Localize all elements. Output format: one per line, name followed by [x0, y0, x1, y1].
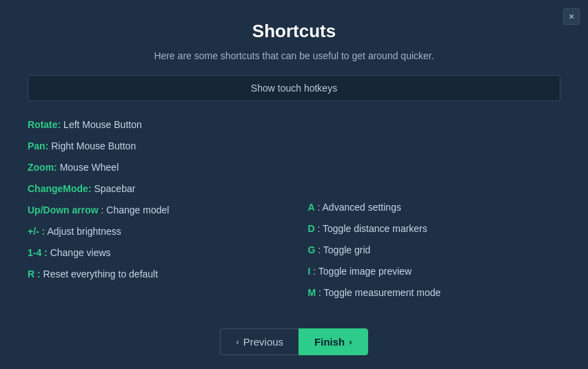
shortcut-key: A — [308, 202, 315, 213]
shortcut-item: Up/Down arrow : Change model — [28, 203, 281, 218]
shortcut-item: A : Advanced settings — [308, 200, 561, 215]
modal-subtitle: Here are some shortcuts that can be usef… — [154, 50, 434, 61]
shortcut-description: : Toggle distance markers — [315, 223, 427, 234]
shortcut-key: M — [308, 287, 316, 298]
shortcut-key: 1-4 : — [28, 247, 48, 258]
close-button[interactable]: × — [563, 8, 580, 25]
shortcut-key: G — [308, 244, 316, 255]
shortcut-description: Change views — [48, 247, 111, 258]
shortcut-item: I : Toggle image preview — [308, 264, 561, 279]
shortcut-key: R : — [28, 268, 41, 280]
shortcut-item: R : Reset everything to default — [28, 267, 281, 282]
shortcut-item: Zoom: Mouse Wheel — [28, 160, 281, 175]
shortcut-description: : Toggle grid — [315, 244, 370, 255]
shortcut-description: : Toggle measurement mode — [316, 287, 440, 298]
shortcut-description: Mouse Wheel — [57, 162, 119, 173]
shortcut-item: ChangeMode: Spacebar — [28, 182, 281, 196]
shortcut-key: Zoom: — [28, 162, 57, 173]
modal-title: Shortcuts — [252, 21, 336, 42]
show-touch-hotkeys-button[interactable]: Show touch hotkeys — [28, 75, 560, 101]
shortcuts-modal: × Shortcuts Here are some shortcuts that… — [0, 0, 588, 369]
chevron-right-icon: › — [349, 337, 352, 347]
shortcut-key: Up/Down arrow — [28, 204, 99, 215]
shortcut-item: 1-4 : Change views — [28, 246, 281, 260]
shortcut-key: Pan: — [28, 140, 48, 151]
shortcut-description: Left Mouse Button — [61, 119, 142, 130]
shortcut-description: Reset everything to default — [41, 268, 158, 280]
shortcut-description: : Advanced settings — [315, 202, 401, 213]
shortcut-key: +/- : — [28, 226, 45, 237]
close-icon: × — [569, 11, 574, 22]
shortcut-description: Adjust brightness — [45, 226, 121, 237]
shortcut-description: : Toggle image preview — [310, 266, 412, 277]
shortcut-key: Rotate: — [28, 119, 61, 130]
shortcut-item: +/- : Adjust brightness — [28, 224, 281, 239]
shortcut-item: Pan: Right Mouse Button — [28, 139, 281, 154]
shortcut-description: Right Mouse Button — [48, 140, 136, 151]
shortcut-description: Spacebar — [92, 183, 136, 194]
shortcut-key: ChangeMode: — [28, 183, 92, 194]
chevron-left-icon: ‹ — [236, 337, 239, 347]
shortcut-description: : Change model — [99, 204, 170, 215]
finish-button[interactable]: Finish › — [298, 328, 368, 355]
shortcut-key: D — [308, 223, 315, 234]
shortcuts-right-column: A : Advanced settingsD : Toggle distance… — [308, 118, 561, 315]
shortcut-item: M : Toggle measurement mode — [308, 286, 561, 300]
previous-button[interactable]: ‹ Previous — [220, 328, 298, 355]
shortcut-item: Rotate: Left Mouse Button — [28, 118, 281, 132]
shortcuts-grid: Rotate: Left Mouse ButtonPan: Right Mous… — [28, 118, 560, 315]
footer-navigation: ‹ Previous Finish › — [220, 328, 367, 355]
shortcuts-left-column: Rotate: Left Mouse ButtonPan: Right Mous… — [28, 118, 281, 315]
shortcut-item: G : Toggle grid — [308, 243, 561, 257]
shortcut-item: D : Toggle distance markers — [308, 222, 561, 236]
